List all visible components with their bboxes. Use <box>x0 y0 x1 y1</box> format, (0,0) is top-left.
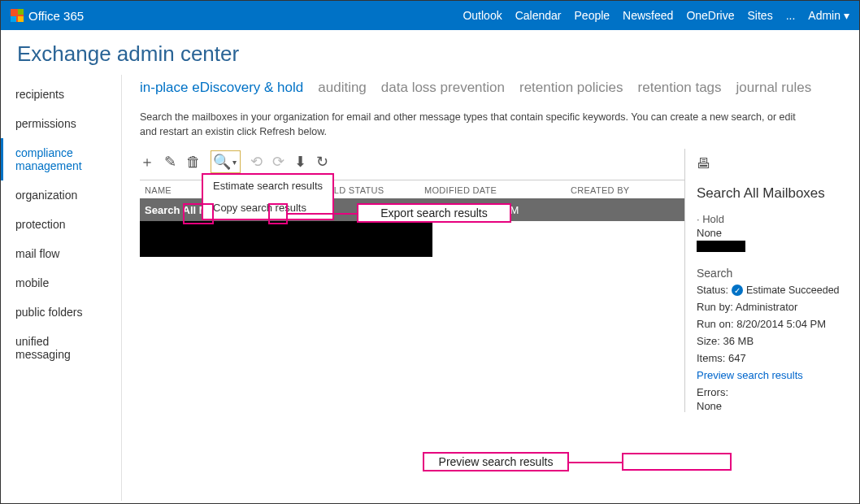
status-value: Estimate Succeeded <box>746 285 840 296</box>
tabs: in-place eDiscovery & hold auditing data… <box>140 75 859 111</box>
callout-preview: Preview search results <box>423 452 569 471</box>
nav-sites[interactable]: Sites <box>748 9 773 22</box>
sidebar-item-um[interactable]: unified messaging <box>1 327 121 369</box>
sidebar-item-organization[interactable]: organization <box>1 180 121 210</box>
nav-admin[interactable]: Admin ▾ <box>808 9 849 22</box>
items-value: 647 <box>728 352 746 364</box>
sidebar-item-publicfolders[interactable]: public folders <box>1 298 121 327</box>
nav-outlook[interactable]: Outlook <box>463 9 502 22</box>
col-hold[interactable]: OLD STATUS <box>327 185 424 195</box>
nav-more[interactable]: ... <box>786 9 796 22</box>
page-title: Exchange admin center <box>1 30 859 75</box>
svg-rect-3 <box>11 16 16 22</box>
sidebar: recipients permissions compliance manage… <box>1 75 122 501</box>
dd-copy[interactable]: Copy search results <box>203 197 332 219</box>
col-by[interactable]: CREATED BY <box>571 185 684 195</box>
top-nav-links: Outlook Calendar People Newsfeed OneDriv… <box>463 9 849 22</box>
runby-label: Run by: <box>697 301 733 313</box>
size-value: 36 MB <box>723 335 754 347</box>
o365-top-nav: Office 365 Outlook Calendar People Newsf… <box>1 1 859 30</box>
nav-onedrive[interactable]: OneDrive <box>686 9 734 22</box>
details-panel: 🖶 Search All Mailboxes · Hold None Searc… <box>684 149 859 412</box>
hold-value: None <box>697 227 849 239</box>
errors-label: Errors: <box>697 386 849 398</box>
runon-label: Run on: <box>697 318 734 330</box>
callout-preview-line <box>569 462 622 463</box>
sidebar-item-mailflow[interactable]: mail flow <box>1 239 121 268</box>
details-title: Search All Mailboxes <box>697 185 849 202</box>
tab-dlp[interactable]: data loss prevention <box>381 80 505 96</box>
col-mod[interactable]: MODIFIED DATE <box>424 185 571 195</box>
tab-auditing[interactable]: auditing <box>318 80 367 96</box>
callout-export: Export search results <box>357 203 511 223</box>
items-label: Items: <box>697 352 725 364</box>
brand-label: Office 365 <box>28 9 84 23</box>
nav-admin-label: Admin <box>808 9 840 22</box>
export-button[interactable]: ⬇ <box>294 153 306 171</box>
add-button[interactable]: ＋ <box>140 152 154 172</box>
redacted-block <box>140 221 432 257</box>
runby-value: Administrator <box>736 301 798 313</box>
sidebar-item-permissions[interactable]: permissions <box>1 109 121 138</box>
toolbar: ＋ ✎ 🗑 🔍 ▾ ⟲ ⟳ ⬇ ↻ Estimate search result… <box>140 150 859 180</box>
redacted-strip <box>697 241 745 252</box>
search-next-button[interactable]: ⟳ <box>272 153 284 171</box>
status-label: Status: <box>697 285 728 296</box>
svg-rect-1 <box>11 9 16 15</box>
sidebar-item-compliance[interactable]: compliance management <box>1 138 121 180</box>
dd-estimate[interactable]: Estimate search results <box>203 175 332 197</box>
sidebar-item-mobile[interactable]: mobile <box>1 268 121 298</box>
magnifier-icon: 🔍 <box>213 153 231 171</box>
brand[interactable]: Office 365 <box>11 9 84 23</box>
caret-down-icon: ▾ <box>231 158 238 167</box>
nav-people[interactable]: People <box>575 9 610 22</box>
nav-calendar[interactable]: Calendar <box>515 9 562 22</box>
tab-rettags[interactable]: retention tags <box>638 80 722 96</box>
tab-retpol[interactable]: retention policies <box>519 80 623 96</box>
nav-newsfeed[interactable]: Newsfeed <box>623 9 673 22</box>
tab-journal[interactable]: journal rules <box>736 80 812 96</box>
main-content: in-place eDiscovery & hold auditing data… <box>122 75 859 501</box>
description-text: Search the mailboxes in your organizatio… <box>140 111 806 150</box>
highlight-preview-link <box>622 453 732 471</box>
size-label: Size: <box>697 335 720 347</box>
hold-label: · Hold <box>697 213 849 225</box>
check-icon: ✓ <box>732 285 743 296</box>
search-section-label: Search <box>697 260 849 280</box>
tab-ediscovery[interactable]: in-place eDiscovery & hold <box>140 80 303 96</box>
edit-button[interactable]: ✎ <box>164 153 176 171</box>
office-logo-icon <box>11 9 24 22</box>
runon-value: 8/20/2014 5:04 PM <box>736 318 826 330</box>
chevron-down-icon: ▾ <box>844 9 849 22</box>
callout-export-line <box>288 213 357 215</box>
search-dropdown-button[interactable]: 🔍 ▾ <box>211 150 241 173</box>
errors-value: None <box>697 400 849 412</box>
preview-link[interactable]: Preview search results <box>697 369 849 381</box>
refresh-button[interactable]: ↻ <box>316 153 328 171</box>
svg-rect-4 <box>18 16 24 22</box>
svg-rect-2 <box>18 9 24 15</box>
sidebar-item-protection[interactable]: protection <box>1 210 121 239</box>
search-prev-button[interactable]: ⟲ <box>250 153 263 171</box>
delete-button[interactable]: 🗑 <box>186 154 201 171</box>
sidebar-item-recipients[interactable]: recipients <box>1 80 121 109</box>
